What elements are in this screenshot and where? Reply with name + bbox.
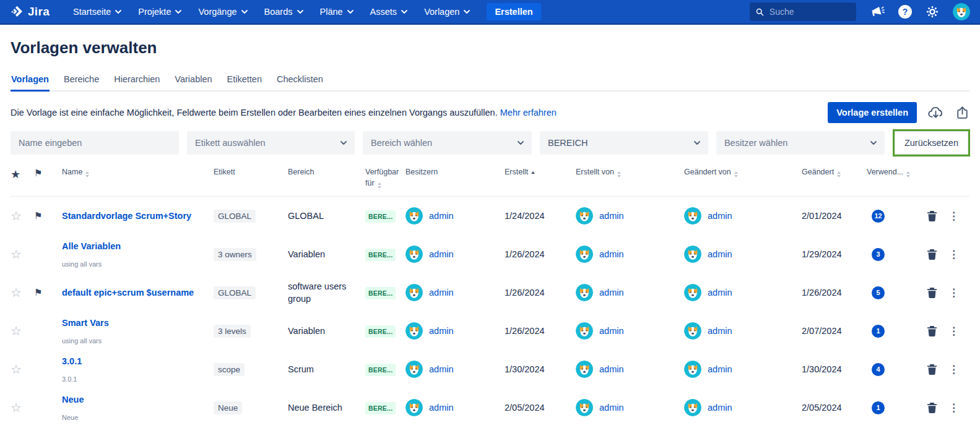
chevron-down-icon — [175, 10, 181, 14]
flag-icon[interactable]: ⚑ — [34, 287, 42, 297]
besitzer-link[interactable]: admin — [429, 326, 454, 336]
import-cloud-icon[interactable] — [927, 105, 944, 121]
geaendert-von-link[interactable]: admin — [708, 288, 732, 297]
nav-item-startseite[interactable]: Startseite — [73, 7, 121, 17]
name-filter-input[interactable] — [19, 138, 171, 148]
delete-icon[interactable] — [927, 403, 937, 413]
etikett-tag: GLOBAL — [214, 210, 256, 223]
export-share-icon[interactable] — [955, 105, 970, 121]
template-name-link[interactable]: Standardvorlage Scrum+Story — [62, 211, 207, 221]
column-header-geaendert[interactable]: Geändert — [802, 166, 867, 178]
delete-icon[interactable] — [927, 211, 937, 221]
nav-item-vorlagen[interactable]: Vorlagen — [424, 7, 470, 17]
tab-vorlagen[interactable]: Vorlagen — [11, 74, 50, 92]
name-filter[interactable] — [11, 131, 179, 155]
template-name-link[interactable]: 3.0.1 — [62, 356, 207, 366]
delete-icon[interactable] — [927, 249, 937, 260]
more-actions-icon[interactable]: ⋮ — [948, 249, 959, 260]
learn-more-link[interactable]: Mehr erfahren — [500, 108, 557, 118]
star-icon[interactable]: ☆ — [11, 362, 22, 376]
more-actions-icon[interactable]: ⋮ — [948, 403, 959, 413]
erstellt-von-link[interactable]: admin — [599, 326, 624, 336]
reset-filters-button[interactable]: Zurücksetzen — [895, 131, 968, 155]
avatar — [576, 246, 593, 263]
column-header-verwendungen[interactable]: Verwend... — [867, 166, 922, 178]
erstellt-von-link[interactable]: admin — [599, 364, 624, 374]
column-header-erstellt[interactable]: Erstellt — [505, 166, 576, 178]
delete-icon[interactable] — [927, 364, 937, 375]
bereich-value-select[interactable]: BEREICH — [540, 131, 708, 155]
column-header-verfuegbar[interactable]: Verfügbar für — [365, 166, 405, 189]
usage-count-badge[interactable]: 3 — [872, 248, 885, 261]
search-box[interactable] — [750, 2, 856, 21]
more-actions-icon[interactable]: ⋮ — [948, 288, 959, 298]
template-name-link[interactable]: Neue — [62, 395, 207, 404]
erstellt-von-link[interactable]: admin — [599, 211, 624, 221]
more-actions-icon[interactable]: ⋮ — [948, 364, 959, 375]
flag-column-icon[interactable]: ⚑ — [34, 168, 42, 178]
delete-icon[interactable] — [927, 288, 937, 298]
tab-bereiche[interactable]: Bereiche — [63, 74, 100, 90]
erstellt-von-link[interactable]: admin — [599, 403, 624, 413]
star-icon[interactable]: ☆ — [11, 401, 22, 414]
column-header-etikett: Etikett — [214, 166, 288, 178]
flag-icon[interactable]: ⚑ — [34, 210, 42, 221]
usage-count-badge[interactable]: 1 — [872, 401, 885, 414]
bereich-value: Neue Bereich — [288, 401, 365, 414]
nav-item-vorgaenge[interactable]: Vorgänge — [198, 7, 247, 17]
star-icon[interactable]: ☆ — [11, 324, 22, 338]
usage-count-badge[interactable]: 5 — [872, 286, 885, 299]
column-header-erstellt-von[interactable]: Erstellt von — [576, 166, 684, 178]
jira-logo[interactable]: Jira — [10, 5, 50, 19]
nav-item-plaene[interactable]: Pläne — [320, 7, 353, 17]
help-icon[interactable]: ? — [898, 5, 912, 19]
column-header-geaendert-von[interactable]: Geändert von — [684, 166, 802, 178]
tab-variablen[interactable]: Variablen — [174, 74, 212, 90]
erstellt-von-link[interactable]: admin — [599, 288, 624, 297]
geaendert-von-link[interactable]: admin — [708, 211, 732, 221]
verfuegbar-tag: BERE... — [365, 402, 396, 414]
nav-item-assets[interactable]: Assets — [370, 7, 408, 17]
bereich-filter-select[interactable]: Bereich wählen — [363, 131, 532, 155]
search-input[interactable] — [770, 7, 850, 17]
tab-checklisten[interactable]: Checklisten — [276, 74, 324, 90]
delete-icon[interactable] — [927, 326, 937, 336]
besitzer-link[interactable]: admin — [429, 364, 454, 374]
usage-count-badge[interactable]: 12 — [872, 210, 885, 223]
user-avatar[interactable] — [953, 3, 970, 20]
usage-count-badge[interactable]: 4 — [872, 363, 885, 376]
table-row: ☆ ⚑ Neue Neue Neue Neue Bereich BERE... … — [11, 388, 970, 427]
erstellt-von-link[interactable]: admin — [599, 249, 624, 259]
settings-gear-icon[interactable] — [926, 5, 939, 19]
column-header-name[interactable]: Name — [62, 166, 214, 178]
etikett-filter-select[interactable]: Etikett auswählen — [187, 131, 355, 155]
annotation-highlight-box: Zurücksetzen — [893, 129, 970, 156]
star-icon[interactable]: ☆ — [11, 247, 22, 261]
more-actions-icon[interactable]: ⋮ — [948, 326, 959, 336]
nav-item-boards[interactable]: Boards — [264, 7, 303, 17]
besitzer-link[interactable]: admin — [429, 403, 454, 413]
tab-hierarchien[interactable]: Hierarchien — [113, 74, 160, 90]
table-row: ☆ ⚑ default epic+scrum $username GLOBAL … — [11, 273, 970, 312]
geaendert-von-link[interactable]: admin — [708, 364, 732, 374]
geaendert-von-link[interactable]: admin — [708, 249, 732, 259]
more-actions-icon[interactable]: ⋮ — [948, 211, 959, 221]
template-name-link[interactable]: Smart Vars — [62, 318, 207, 328]
create-template-button[interactable]: Vorlage erstellen — [828, 102, 917, 123]
geaendert-von-link[interactable]: admin — [708, 326, 732, 336]
besitzer-link[interactable]: admin — [429, 249, 454, 259]
star-column-icon[interactable]: ★ — [11, 168, 20, 181]
besitzer-link[interactable]: admin — [429, 211, 454, 221]
besitzer-filter-select[interactable]: Besitzer wählen — [716, 131, 885, 155]
star-icon[interactable]: ☆ — [11, 286, 22, 299]
geaendert-von-link[interactable]: admin — [708, 403, 732, 413]
star-icon[interactable]: ☆ — [11, 209, 22, 223]
nav-item-projekte[interactable]: Projekte — [138, 7, 181, 17]
template-name-link[interactable]: default epic+scrum $username — [62, 288, 207, 297]
usage-count-badge[interactable]: 1 — [872, 325, 885, 338]
nav-create-button[interactable]: Erstellen — [487, 3, 540, 20]
announcements-icon[interactable] — [870, 4, 885, 19]
besitzer-link[interactable]: admin — [429, 288, 454, 297]
tab-etiketten[interactable]: Etiketten — [227, 74, 262, 90]
template-name-link[interactable]: Alle Variablen — [62, 241, 207, 251]
